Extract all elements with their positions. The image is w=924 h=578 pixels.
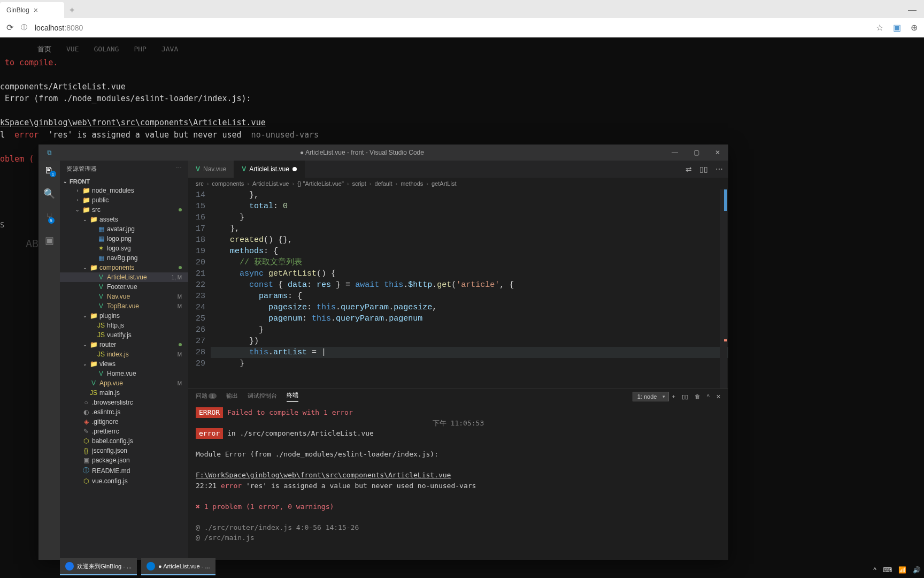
breadcrumb-item[interactable]: src [196, 180, 204, 187]
url-host: localhost [35, 24, 64, 32]
panel-tab[interactable]: 输出 [226, 392, 238, 402]
nav-item[interactable]: VUE [66, 44, 79, 55]
tree-item-main-js[interactable]: JSmain.js [60, 388, 188, 398]
nav-item[interactable]: JAVA [161, 44, 178, 55]
panel-tab[interactable]: 问题1 [196, 392, 217, 402]
editor-tab[interactable]: VNav.vue [188, 161, 234, 178]
tree-item-src[interactable]: ⌄📁src [60, 205, 188, 215]
tree-item-logo-svg[interactable]: ✶logo.svg [60, 244, 188, 253]
extension-icon[interactable]: ▣ [893, 22, 901, 33]
compare-icon[interactable]: ⇄ [686, 165, 692, 173]
tree-item-http-js[interactable]: JShttp.js [60, 321, 188, 330]
panel-tab[interactable]: 调试控制台 [248, 392, 277, 402]
url-field[interactable]: localhost:8080 [35, 24, 868, 32]
breadcrumb-item[interactable]: getArtList [432, 180, 456, 187]
close-panel-icon[interactable]: ✕ [716, 393, 721, 400]
keyboard-icon[interactable]: ⌨ [883, 566, 892, 574]
tree-item-jsconfig-json[interactable]: {}jsconfig.json [60, 446, 188, 455]
wifi-icon[interactable]: 📶 [898, 566, 906, 574]
new-tab-button[interactable]: + [64, 2, 80, 18]
window-minimize-icon[interactable]: — [900, 2, 924, 18]
tree-item-public[interactable]: ›📁public [60, 195, 188, 205]
tree-item-logo-png[interactable]: ▦logo.png [60, 234, 188, 244]
code-lines[interactable]: }, total: 0 } }, created() {}, methods: … [211, 189, 728, 389]
error-badge: error [196, 428, 223, 439]
editor-tab-actions: ⇄ ▯▯ ⋯ [680, 161, 728, 178]
title-bar[interactable]: ⧉ ● ArticleList.vue - front - Visual Stu… [38, 144, 728, 161]
more-icon[interactable]: ⋯ [176, 165, 182, 173]
breadcrumb-item[interactable]: {} "ArticleList.vue" [297, 180, 344, 187]
favorite-icon[interactable]: ☆ [876, 22, 883, 33]
trash-icon[interactable]: 🗑 [695, 393, 700, 400]
minimap[interactable] [720, 189, 727, 389]
tree-item-node_modules[interactable]: ›📁node_modules [60, 186, 188, 195]
panel-tab[interactable]: 终端 [287, 391, 298, 402]
tree-item-nav-vue[interactable]: VNav.vueM [60, 292, 188, 301]
tree-item-articlelist-vue[interactable]: VArticleList.vue1, M [60, 272, 188, 282]
source-control-icon[interactable]: ⑂5 [47, 211, 52, 223]
close-icon[interactable]: × [34, 6, 38, 14]
search-icon[interactable]: 🔍 [43, 188, 55, 200]
chevron-up-icon[interactable]: ^ [707, 393, 710, 400]
tree-item-vue-config-js[interactable]: ⬡vue.config.js [60, 476, 188, 486]
volume-icon[interactable]: 🔊 [913, 566, 921, 574]
minimize-icon[interactable]: — [664, 149, 686, 156]
tree-item-footer-vue[interactable]: VFooter.vue [60, 282, 188, 292]
tree-item-navbg-png[interactable]: ▦navBg.png [60, 253, 188, 263]
system-tray[interactable]: ^ ⌨ 📶 🔊 [873, 566, 921, 574]
address-bar: ⟳ ⓘ localhost:8080 ☆ ▣ ⊕ [0, 18, 924, 37]
split-icon[interactable]: ▯▯ [699, 165, 708, 173]
code-editor[interactable]: 14151617181920212223242526272829 }, tota… [188, 189, 728, 389]
new-terminal-icon[interactable]: + [672, 393, 675, 400]
chevron-down-icon[interactable]: ▾ [663, 394, 665, 399]
editor-tab[interactable]: VArticleList.vue [234, 161, 305, 178]
tree-item--browserslistrc[interactable]: ○.browserslistrc [60, 398, 188, 407]
taskbar-item[interactable]: ● ArticleList.vue - ... [141, 558, 215, 575]
tree-item-topbar-vue[interactable]: VTopBar.vueM [60, 301, 188, 311]
problem-summary: ✖ 1 problem (1 error, 0 warnings) [196, 501, 721, 512]
maximize-icon[interactable]: ▢ [686, 149, 707, 156]
nav-item[interactable]: 首页 [37, 44, 51, 55]
tree-item--eslintrc-js[interactable]: ◐.eslintrc.js [60, 407, 188, 417]
breadcrumb-item[interactable]: default [374, 180, 392, 187]
tree-item-index-js[interactable]: JSindex.jsM [60, 349, 188, 359]
info-icon[interactable]: ⓘ [21, 23, 27, 32]
collections-icon[interactable]: ⊕ [911, 22, 918, 33]
tree-item-plugins[interactable]: ⌄📁plugins [60, 311, 188, 321]
tree-item-avatar-jpg[interactable]: ▦avatar.jpg [60, 224, 188, 234]
tree-item-home-vue[interactable]: VHome.vue [60, 369, 188, 378]
tree-item-router[interactable]: ⌄📁router [60, 340, 188, 349]
tree-item-babel-config-js[interactable]: ⬡babel.config.js [60, 436, 188, 446]
line-numbers: 14151617181920212223242526272829 [188, 189, 211, 389]
breadcrumb-item[interactable]: ArticleList.vue [252, 180, 289, 187]
tree-item-components[interactable]: ⌄📁components [60, 263, 188, 272]
tray-chevron-icon[interactable]: ^ [873, 566, 876, 574]
editor-tabs: VNav.vueVArticleList.vue ⇄ ▯▯ ⋯ [188, 161, 728, 178]
extensions-icon[interactable]: ▣ [45, 234, 54, 246]
tree-item-vuetify-js[interactable]: JSvuetify.js [60, 330, 188, 340]
folder-root[interactable]: ⌄ FRONT [60, 177, 188, 186]
browser-tab[interactable]: GinBlog × [0, 2, 64, 18]
split-terminal-icon[interactable]: ▯▯ [682, 393, 688, 400]
more-icon[interactable]: ⋯ [715, 165, 723, 173]
reload-icon[interactable]: ⟳ [6, 22, 13, 33]
breadcrumbs[interactable]: src›components›ArticleList.vue›{} "Artic… [188, 178, 728, 189]
terminal-output[interactable]: ERROR Failed to compile with 1 error 下午 … [188, 404, 728, 560]
tree-item-views[interactable]: ⌄📁views [60, 359, 188, 369]
nav-item[interactable]: PHP [134, 44, 146, 55]
breadcrumb-item[interactable]: components [212, 180, 244, 187]
tree-item--gitignore[interactable]: ◈.gitignore [60, 417, 188, 427]
tree-item-app-vue[interactable]: VApp.vueM [60, 378, 188, 388]
sidebar-header: 资源管理器 ⋯ [60, 161, 188, 177]
nav-item[interactable]: GOLANG [94, 44, 119, 55]
tree-item-package-json[interactable]: ▣package.json [60, 455, 188, 465]
taskbar-item[interactable]: 欢迎来到GinBlog - ... [60, 558, 137, 575]
tree-item-readme-md[interactable]: ⓘREADME.md [60, 465, 188, 476]
breadcrumb-item[interactable]: script [352, 180, 366, 187]
explorer-icon[interactable]: 🗎1 [44, 165, 54, 176]
tree-item-assets[interactable]: ⌄📁assets [60, 215, 188, 224]
breadcrumb-item[interactable]: methods [401, 180, 423, 187]
close-icon[interactable]: ✕ [707, 149, 728, 156]
tree-item--prettierrc[interactable]: ✎.prettierrc [60, 427, 188, 436]
file-link[interactable]: F:\WorkSpace\ginblog\web\front\src\compo… [196, 471, 451, 479]
